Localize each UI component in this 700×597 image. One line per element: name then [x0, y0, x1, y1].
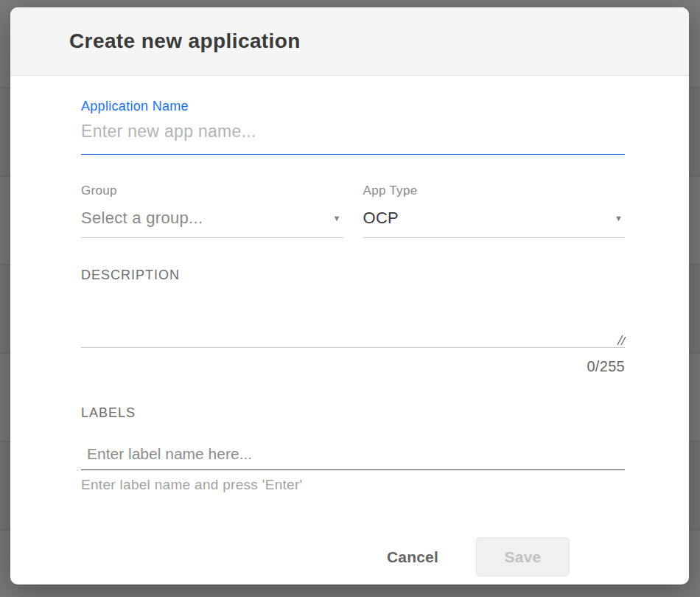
description-label: DESCRIPTION	[81, 268, 625, 283]
application-name-label: Application Name	[81, 99, 625, 114]
description-field: DESCRIPTION 0/255	[81, 268, 625, 375]
group-select[interactable]: Select a group... ▼	[81, 209, 343, 238]
cancel-button[interactable]: Cancel	[387, 548, 438, 566]
create-application-dialog: Create new application Application Name …	[10, 7, 689, 584]
resize-handle-icon[interactable]	[615, 335, 626, 346]
app-type-selected-value: OCP	[363, 209, 399, 228]
labels-field: LABELS Enter label name and press 'Enter…	[81, 405, 625, 493]
app-type-label: App Type	[363, 184, 626, 198]
caret-down-icon: ▼	[333, 214, 341, 223]
labels-helper-text: Enter label name and press 'Enter'	[81, 477, 625, 493]
group-field: Group Select a group... ▼	[81, 184, 343, 238]
app-type-field: App Type OCP ▼	[363, 184, 626, 238]
group-selected-value: Select a group...	[81, 209, 203, 228]
save-button[interactable]: Save	[476, 537, 570, 576]
application-name-field: Application Name	[81, 99, 625, 155]
label-name-input[interactable]	[81, 445, 625, 470]
group-label: Group	[81, 184, 343, 198]
application-name-input[interactable]	[81, 122, 625, 155]
description-textarea[interactable]	[81, 283, 625, 348]
app-type-select[interactable]: OCP ▼	[363, 209, 626, 238]
description-textarea-wrap	[81, 283, 625, 348]
group-apptype-row: Group Select a group... ▼ App Type OCP ▼	[81, 184, 625, 238]
dialog-header: Create new application	[10, 7, 689, 76]
dialog-body: Application Name Group Select a group...…	[10, 76, 689, 576]
labels-label: LABELS	[81, 405, 625, 421]
caret-down-icon: ▼	[615, 214, 623, 223]
description-char-counter: 0/255	[81, 358, 625, 375]
dialog-title: Create new application	[69, 29, 301, 53]
dialog-footer: Cancel Save	[81, 537, 625, 576]
